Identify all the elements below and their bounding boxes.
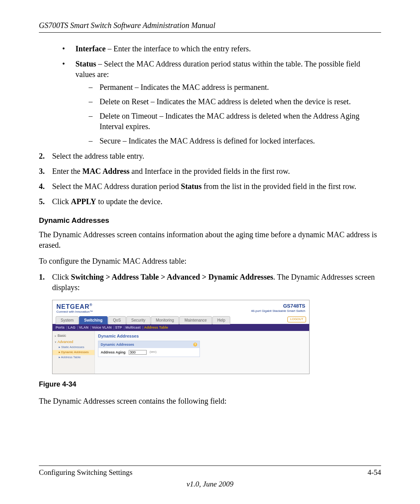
screenshot-body: Basic Advanced ▸ Static Addresses ▸ Dyna… (52, 331, 309, 374)
section-lead: To configure the Dynamic MAC Address tab… (39, 256, 381, 266)
address-aging-unit: (sec) (150, 350, 157, 354)
running-header: GS700TS Smart Switch Software Administra… (39, 21, 381, 30)
address-aging-label: Address Aging (101, 350, 126, 355)
step-3-post: and Interface in the provided fields in … (130, 167, 290, 175)
help-icon[interactable]: ? (193, 343, 197, 346)
step-5-pre: Click (52, 197, 71, 206)
subtab-voice-vlan[interactable]: Voice VLAN (92, 325, 114, 330)
step-5-num: 5. (39, 196, 45, 207)
screenshot: NETGEAR® Connect with Innovation™ GS748T… (52, 300, 310, 374)
content-title: Dynamic Addresses (98, 333, 306, 339)
subtab-vlan[interactable]: VLAN (79, 325, 91, 330)
content-area: Dynamic Addresses Dynamic Addresses ? Ad… (95, 331, 309, 374)
model-number: GS748TS (251, 303, 305, 310)
dyn-step-1-bold: Switching > Address Table > Advanced > D… (71, 273, 273, 281)
desc-interface: – Enter the interface to which the entry… (106, 44, 251, 53)
step-3: 3. Enter the MAC Address and Interface i… (39, 166, 381, 177)
tab-switching[interactable]: Switching (79, 316, 107, 324)
step-3-pre: Enter the (52, 167, 82, 175)
subtab-address-table[interactable]: Address Table (144, 325, 168, 330)
footer-rule (39, 466, 381, 466)
dyn-step-1-pre: Click (52, 273, 71, 281)
dyn-step-1-num: 1. (39, 272, 45, 282)
page: GS700TS Smart Switch Software Administra… (0, 0, 420, 504)
tab-qos[interactable]: QoS (108, 316, 126, 324)
steps-continued: 2. Select the address table entry. 3. En… (39, 151, 381, 207)
status-delete-timeout: Delete on Timeout – Indicates the MAC ad… (89, 111, 381, 132)
step-5: 5. Click APPLY to update the device. (39, 196, 381, 207)
tab-help[interactable]: Help (212, 316, 231, 324)
logo-block: NETGEAR® Connect with Innovation™ (56, 303, 93, 314)
address-aging-input[interactable] (129, 350, 147, 355)
dyn-step-1: 1. Click Switching > Address Table > Adv… (39, 272, 381, 293)
sidebar-advanced[interactable]: Advanced (52, 339, 94, 345)
step-4-post: from the list in the provided field in t… (201, 182, 356, 191)
desc-status: – Select the MAC Address duration period… (75, 60, 360, 79)
status-permanent: Permanent – Indicates the MAC address is… (89, 82, 381, 93)
field-bullets: Interface – Enter the interface to which… (62, 44, 381, 146)
panel: Dynamic Addresses ? Address Aging (sec) (98, 341, 200, 357)
sidebar-dynamic-addresses[interactable]: ▸ Dynamic Addresses (52, 350, 94, 355)
panel-header: Dynamic Addresses ? (98, 341, 200, 348)
screenshot-header: NETGEAR® Connect with Innovation™ GS748T… (52, 300, 309, 316)
bullet-status: Status – Select the MAC Address duration… (62, 59, 381, 146)
step-2-num: 2. (39, 151, 45, 161)
page-footer: Configuring Switching Settings 4-54 v1.0… (39, 466, 381, 488)
panel-title: Dynamic Addresses (101, 342, 134, 347)
term-status: Status (75, 60, 96, 68)
main-tabs: System Switching QoS Security Monitoring… (52, 316, 309, 324)
subtab-ports[interactable]: Ports (56, 325, 67, 330)
step-5-post: to update the device. (96, 197, 163, 206)
status-values: Permanent – Indicates the MAC address is… (89, 82, 381, 146)
after-figure-text: The Dynamic Addresses screen contains th… (39, 396, 381, 406)
subtab-multicast[interactable]: Multicast (126, 325, 144, 330)
netgear-logo: NETGEAR® (56, 303, 93, 311)
subtab-lag[interactable]: LAG (68, 325, 78, 330)
step-5-bold: APPLY (71, 197, 96, 206)
body-content: Interface – Enter the interface to which… (39, 44, 381, 406)
sidebar-static-label: Static Addresses (61, 345, 84, 349)
panel-body: Address Aging (sec) (98, 348, 200, 357)
tab-monitoring[interactable]: Monitoring (151, 316, 179, 324)
steps-dynamic: 1. Click Switching > Address Table > Adv… (39, 272, 381, 293)
figure-wrap: NETGEAR® Connect with Innovation™ GS748T… (52, 300, 381, 374)
header-rule (39, 32, 381, 33)
footer-left: Configuring Switching Settings (39, 468, 133, 477)
step-4-num: 4. (39, 181, 45, 192)
model-block: GS748TS 48-port Gigabit Stackable Smart … (251, 303, 305, 313)
sub-tabs: Ports LAG VLAN Voice VLAN STP Multicast … (52, 324, 309, 331)
logout-button[interactable]: LOGOUT (287, 317, 306, 322)
step-2: 2. Select the address table entry. (39, 151, 381, 161)
step-2-text: Select the address table entry. (52, 152, 144, 160)
sidebar: Basic Advanced ▸ Static Addresses ▸ Dyna… (52, 331, 95, 374)
subtab-stp[interactable]: STP (115, 325, 125, 330)
footer-page: 4-54 (368, 468, 381, 477)
sidebar-basic[interactable]: Basic (52, 332, 94, 339)
sidebar-dynamic-label: Dynamic Addresses (61, 350, 89, 354)
step-3-bold: MAC Address (82, 167, 130, 175)
tab-security[interactable]: Security (126, 316, 150, 324)
figure-caption: Figure 4-34 (39, 380, 381, 389)
tab-system[interactable]: System (56, 316, 79, 324)
sidebar-static-addresses[interactable]: ▸ Static Addresses (52, 345, 94, 350)
status-secure: Secure – Indicates the MAC Address is de… (89, 136, 381, 146)
sidebar-addrtable-label: Address Table (61, 355, 81, 359)
logo-tagline: Connect with Innovation™ (56, 310, 93, 314)
tab-maintenance[interactable]: Maintenance (179, 316, 212, 324)
section-heading: Dynamic Addresses (39, 215, 381, 226)
status-delete-reset: Delete on Reset – Indicates the MAC addr… (89, 96, 381, 107)
model-desc: 48-port Gigabit Stackable Smart Switch (251, 309, 305, 313)
logo-r: ® (89, 303, 93, 307)
step-4-bold: Status (181, 182, 201, 191)
section-intro: The Dynamic Addresses screen contains in… (39, 229, 381, 250)
footer-version: v1.0, June 2009 (39, 480, 381, 488)
logo-text: NETGEAR (56, 303, 89, 310)
term-interface: Interface (75, 44, 106, 53)
sidebar-address-table[interactable]: ▸ Address Table (52, 355, 94, 360)
bullet-interface: Interface – Enter the interface to which… (62, 44, 381, 54)
step-3-num: 3. (39, 166, 45, 177)
footer-row: Configuring Switching Settings 4-54 (39, 468, 381, 477)
step-4: 4. Select the MAC Address duration perio… (39, 181, 381, 192)
step-4-pre: Select the MAC Address duration period (52, 182, 181, 191)
